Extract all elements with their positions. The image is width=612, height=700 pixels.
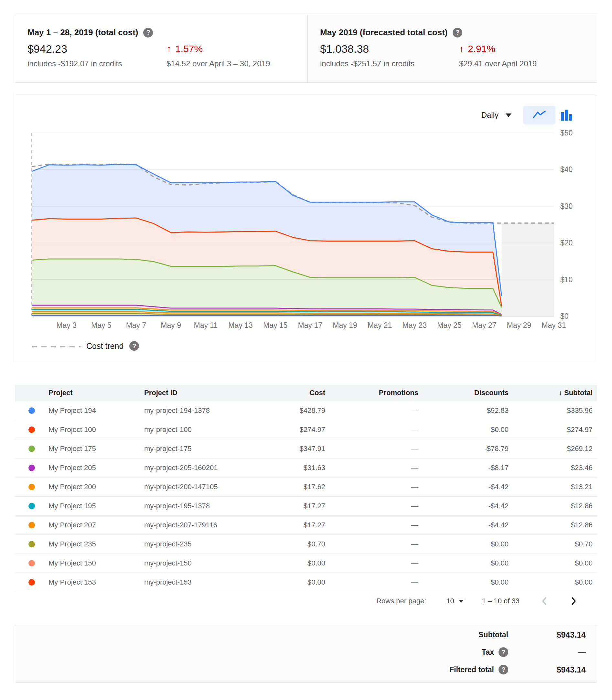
- help-icon[interactable]: ?: [453, 28, 462, 38]
- chevron-down-icon: [459, 600, 463, 603]
- svg-text:May 19: May 19: [333, 321, 357, 330]
- promotions-column-header[interactable]: Promotions: [325, 389, 418, 397]
- svg-text:May 23: May 23: [403, 321, 427, 330]
- svg-text:May 17: May 17: [298, 321, 322, 330]
- project-id: my-project-235: [144, 540, 255, 548]
- subtotal-value: $23.46: [509, 464, 597, 472]
- table-row[interactable]: My Project 175my-project-175$347.91—-$78…: [15, 439, 597, 459]
- svg-text:May 7: May 7: [126, 321, 147, 330]
- project-name: My Project 194: [48, 406, 144, 415]
- help-icon[interactable]: ?: [143, 28, 153, 38]
- sort-desc-icon: ↓: [559, 389, 562, 397]
- project-id: my-project-175: [144, 445, 255, 453]
- cost-chart-card: May 3May 5May 7May 9May 11May 13May 15Ma…: [15, 94, 597, 362]
- subtotal-value: $943.14: [508, 630, 586, 640]
- cost-value: $347.91: [255, 445, 325, 453]
- forecast-cost-title-text: May 2019 (forecasted total cost): [320, 27, 447, 38]
- svg-text:$40: $40: [560, 165, 573, 173]
- table-row[interactable]: My Project 153my-project-153$0.00—$0.00$…: [15, 573, 597, 592]
- current-cost-card: May 1 – 28, 2019 (total cost) ? $942.23 …: [15, 15, 307, 82]
- project-id: my-project-205-160201: [144, 464, 255, 472]
- table-row[interactable]: My Project 207my-project-207-179116$17.2…: [15, 516, 597, 535]
- promotions-value: —: [325, 445, 418, 453]
- svg-text:May 21: May 21: [367, 321, 392, 330]
- cost-value: $0.00: [255, 578, 325, 587]
- promotions-value: —: [325, 483, 418, 491]
- project-color-dot: [28, 579, 35, 586]
- svg-text:$10: $10: [560, 276, 573, 284]
- rows-per-page-select[interactable]: 10: [446, 597, 463, 605]
- line-chart-toggle-button[interactable]: [523, 106, 555, 125]
- previous-page-button[interactable]: [540, 596, 548, 606]
- project-name: My Project 235: [48, 540, 144, 548]
- table-row[interactable]: My Project 100my-project-100$274.97—$0.0…: [15, 420, 597, 439]
- subtotal-value: $12.86: [509, 521, 597, 529]
- cost-value: $17.27: [255, 502, 325, 510]
- line-chart-icon: [532, 110, 546, 120]
- current-cost-delta-pct: 1.57%: [175, 43, 203, 54]
- promotions-value: —: [325, 521, 418, 529]
- project-id: my-project-207-179116: [144, 521, 255, 529]
- chevron-down-icon: [506, 113, 512, 117]
- next-page-button[interactable]: [569, 596, 578, 606]
- subtotal-row: Subtotal $943.14: [478, 626, 586, 643]
- filtered-total-row: Filtered total ? $943.14: [449, 661, 586, 678]
- svg-text:May 15: May 15: [263, 321, 288, 330]
- help-icon[interactable]: ?: [499, 647, 508, 657]
- subtotal-column-header[interactable]: ↓Subtotal: [509, 389, 597, 397]
- up-arrow-icon: ↑: [459, 43, 464, 54]
- forecast-cost-delta-note: $29.41 over April 2019: [459, 59, 597, 68]
- svg-text:May 11: May 11: [194, 321, 218, 330]
- cost-value: $31.63: [255, 464, 325, 472]
- cost-value: $274.97: [255, 425, 325, 434]
- help-icon[interactable]: ?: [499, 665, 508, 674]
- cost-value: $0.70: [255, 540, 325, 548]
- discounts-column-header[interactable]: Discounts: [418, 389, 509, 397]
- rows-per-page-value: 10: [446, 597, 454, 605]
- project-id: my-project-100: [144, 425, 255, 434]
- table-row[interactable]: My Project 150my-project-150$0.00—$0.00$…: [15, 554, 597, 573]
- svg-text:May 13: May 13: [228, 321, 252, 330]
- project-name: My Project 100: [48, 425, 144, 434]
- project-column-header[interactable]: Project: [48, 389, 144, 397]
- discounts-value: -$8.17: [418, 464, 509, 472]
- project-id-column-header[interactable]: Project ID: [144, 389, 255, 397]
- current-cost-delta-note: $14.52 over April 3 – 30, 2019: [167, 59, 307, 68]
- project-color-dot: [28, 541, 35, 547]
- table-row[interactable]: My Project 235my-project-235$0.70—$0.00$…: [15, 535, 597, 554]
- forecast-cost-delta-pct: 2.91%: [468, 43, 495, 54]
- forecast-cost-credits-note: includes -$251.57 in credits: [320, 59, 459, 68]
- project-name: My Project 153: [48, 578, 144, 587]
- rows-per-page-label: Rows per page:: [376, 597, 426, 605]
- subtotal-value: $274.97: [509, 425, 597, 434]
- interval-dropdown[interactable]: Daily: [482, 111, 512, 120]
- project-name: My Project 200: [48, 483, 144, 491]
- svg-text:May 25: May 25: [437, 321, 461, 330]
- forecast-cost-title: May 2019 (forecasted total cost) ?: [320, 27, 597, 38]
- cost-trend-dash-sample: [32, 343, 81, 349]
- subtotal-label: Subtotal: [478, 630, 508, 639]
- help-icon[interactable]: ?: [129, 341, 139, 351]
- tax-label: Tax: [482, 648, 494, 657]
- forecast-cost-delta: ↑ 2.91%: [459, 43, 597, 55]
- subtotal-value: $0.70: [509, 540, 597, 548]
- cost-value: $17.62: [255, 483, 325, 491]
- bar-chart-icon: [561, 108, 573, 122]
- discounts-value: -$92.83: [418, 406, 509, 415]
- table-row[interactable]: My Project 205my-project-205-160201$31.6…: [15, 459, 597, 478]
- discounts-value: -$4.42: [418, 483, 509, 491]
- project-color-dot: [28, 560, 35, 566]
- current-cost-delta: ↑ 1.57%: [167, 43, 307, 55]
- tax-row: Tax ? —: [482, 643, 586, 661]
- table-row[interactable]: My Project 195my-project-195-1378$17.27—…: [15, 496, 597, 516]
- svg-text:May 3: May 3: [56, 321, 76, 330]
- project-name: My Project 205: [48, 464, 144, 472]
- project-color-dot: [28, 503, 35, 509]
- table-row[interactable]: My Project 200my-project-200-147105$17.6…: [15, 478, 597, 496]
- subtotal-value: $0.00: [509, 578, 597, 587]
- current-cost-amount: $942.23: [27, 43, 167, 55]
- cost-value: $428.79: [255, 406, 325, 415]
- cost-column-header[interactable]: Cost: [255, 389, 325, 397]
- bar-chart-toggle-button[interactable]: [555, 106, 578, 125]
- table-row[interactable]: My Project 194my-project-194-1378$428.79…: [15, 401, 597, 420]
